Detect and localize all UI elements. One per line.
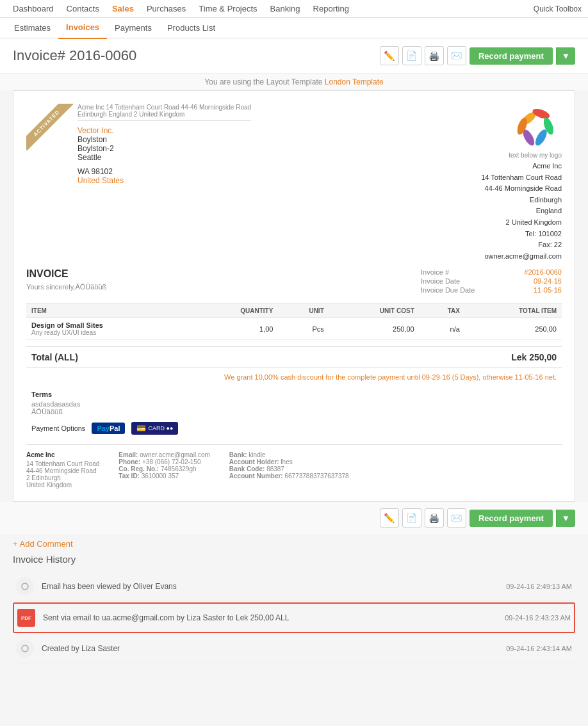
history-time-1: 09-24-16 2:49:13 AM xyxy=(506,583,572,590)
total-label: Total (ALL) xyxy=(31,352,78,362)
card-button[interactable]: 💳CARD ●● xyxy=(131,422,178,435)
client-city: Seattle xyxy=(78,153,251,162)
svg-point-7 xyxy=(22,583,28,590)
history-icon-3 xyxy=(16,640,34,657)
subnav-payments[interactable]: Payments xyxy=(107,18,159,38)
terms-label: Terms xyxy=(31,391,557,398)
payment-options-row: Payment Options PayPal 💳CARD ●● xyxy=(31,422,557,435)
paypal-button[interactable]: PayPal xyxy=(92,423,125,434)
line-items-table: ITEM QUANTITY UNIT UNIT COST TAX TOTAL I… xyxy=(26,303,562,340)
history-item-1: Email has been viewed by Oliver Evans 09… xyxy=(13,572,575,601)
invoice-document: ACTIVATED Acme Inc 14 Tottenham Court Ro… xyxy=(13,90,575,502)
top-navigation: Dashboard Contacts Sales Purchases Time … xyxy=(0,0,588,18)
edit-button-bottom[interactable]: ✏️ xyxy=(380,508,399,528)
invoice-details: Invoice # #2016-0060 Invoice Date 09-24-… xyxy=(421,268,562,294)
history-title: Invoice History xyxy=(13,554,575,565)
header-actions: ✏️ 📄 🖨️ ✉️ Record payment ▼ xyxy=(380,46,575,65)
pdf-button[interactable]: 📄 xyxy=(402,46,421,65)
sub-navigation: Estimates Invoices Payments Products Lis… xyxy=(0,18,588,38)
company-info-right: text below my logo Acme Inc 14 Tottenham… xyxy=(481,104,562,262)
total-row: Total (ALL) Lek 250,00 xyxy=(26,346,562,368)
email-button-bottom[interactable]: ✉️ xyxy=(447,508,466,528)
print-button[interactable]: 🖨️ xyxy=(425,46,444,65)
invoice-meta-row: INVOICE Yours sincerely,ÄÖÜäöüß Invoice … xyxy=(26,268,562,294)
footer-bank: Bank: kindle Account Holder: lhes Bank C… xyxy=(229,451,349,488)
record-payment-dropdown-top[interactable]: ▼ xyxy=(556,47,575,65)
activated-ribbon: ACTIVATED xyxy=(26,104,74,150)
total-value: Lek 250,00 xyxy=(511,352,557,362)
history-text-1: Email has been viewed by Oliver Evans xyxy=(42,582,498,591)
terms-line1: asdasdasasdas xyxy=(31,400,557,408)
nav-contacts[interactable]: Contacts xyxy=(60,0,106,18)
history-text-2: Sent via email to ua.acme@gmail.com by L… xyxy=(43,613,497,622)
invoice-address-block: Acme Inc 14 Tottenham Court Road 44-46 M… xyxy=(78,104,251,185)
history-time-3: 09-24-16 2:43:14 AM xyxy=(506,645,572,652)
col-unit: UNIT xyxy=(278,304,329,318)
nav-reporting[interactable]: Reporting xyxy=(307,0,355,18)
col-unit-cost: UNIT COST xyxy=(329,304,420,318)
svg-point-8 xyxy=(22,645,28,652)
item-unit-cost: 250,00 xyxy=(329,318,420,340)
item-description: Any ready UX/UI ideas xyxy=(31,329,186,336)
history-icon-1 xyxy=(16,577,34,595)
item-total: 250,00 xyxy=(465,318,562,340)
payment-options-label: Payment Options xyxy=(31,424,85,432)
pdf-button-bottom[interactable]: 📄 xyxy=(402,508,421,528)
item-quantity: 1,00 xyxy=(192,318,278,340)
add-comment-link[interactable]: + Add Comment xyxy=(13,539,73,549)
subnav-estimates[interactable]: Estimates xyxy=(6,18,58,38)
page-header: Invoice# 2016-0060 ✏️ 📄 🖨️ ✉️ Record pay… xyxy=(0,38,588,74)
record-payment-dropdown-bottom[interactable]: ▼ xyxy=(556,510,575,527)
quick-toolbox: Quick Toolbox xyxy=(534,4,582,13)
history-text-3: Created by Liza Saster xyxy=(42,644,498,653)
col-total-item: TOTAL ITEM xyxy=(465,304,562,318)
footer-contact: Email: owner.acme@gmail.com Phone: +38 (… xyxy=(118,451,209,488)
item-unit: Pcs xyxy=(278,318,329,340)
col-quantity: QUANTITY xyxy=(192,304,278,318)
item-tax: n/a xyxy=(420,318,465,340)
footer-company: Acme Inc 14 Tottenham Court Road 44-46 M… xyxy=(26,451,99,488)
below-logo-text: text below my logo xyxy=(481,152,562,159)
nav-dashboard[interactable]: Dashboard xyxy=(6,0,60,18)
template-notice: You are using the Layout Template London… xyxy=(0,74,588,90)
invoice-greeting: Yours sincerely,ÄÖÜäöüß xyxy=(26,283,106,291)
client-country: United States xyxy=(78,176,251,185)
client-line2: Boylston-2 xyxy=(78,144,251,153)
history-item-3: Created by Liza Saster 09-24-16 2:43:14 … xyxy=(13,634,575,663)
record-payment-button-top[interactable]: Record payment xyxy=(470,47,553,65)
invoice-heading: INVOICE xyxy=(26,268,106,280)
terms-line2: ÄÖÜäöüß xyxy=(31,408,557,415)
svg-point-6 xyxy=(530,120,543,133)
history-time-2: 09-24-16 2:43:23 AM xyxy=(505,614,571,622)
add-comment-area: + Add Comment xyxy=(0,534,588,554)
history-icon-2: PDF xyxy=(17,609,35,627)
nav-sales[interactable]: Sales xyxy=(106,0,140,18)
nav-time-projects[interactable]: Time & Projects xyxy=(192,0,263,18)
edit-button[interactable]: ✏️ xyxy=(380,46,399,65)
history-item-2: PDF Sent via email to ua.acme@gmail.com … xyxy=(13,602,575,633)
item-name: Design of Small Sites xyxy=(31,321,186,329)
client-line1: Boylston xyxy=(78,135,251,144)
company-logo xyxy=(510,104,562,149)
col-tax: TAX xyxy=(420,304,465,318)
client-state: WA 98102 xyxy=(78,167,251,176)
subnav-invoices[interactable]: Invoices xyxy=(58,17,107,39)
invoice-footer: Acme Inc 14 Tottenham Court Road 44-46 M… xyxy=(26,444,562,488)
table-row: Design of Small Sites Any ready UX/UI id… xyxy=(26,318,562,340)
nav-purchases[interactable]: Purchases xyxy=(140,0,192,18)
email-button[interactable]: ✉️ xyxy=(447,46,466,65)
invoice-history-section: Invoice History Email has been viewed by… xyxy=(0,554,588,676)
terms-section: Terms asdasdasasdas ÄÖÜäöüß xyxy=(31,391,557,415)
col-item: ITEM xyxy=(26,304,192,318)
bottom-toolbar: ✏️ 📄 🖨️ ✉️ Record payment ▼ xyxy=(0,502,588,534)
client-name: Vector Inc. xyxy=(78,126,251,135)
discount-note: We grant 10,00% cash discount for the co… xyxy=(26,373,562,381)
print-button-bottom[interactable]: 🖨️ xyxy=(425,508,444,528)
subnav-products-list[interactable]: Products List xyxy=(159,18,223,38)
nav-banking[interactable]: Banking xyxy=(264,0,307,18)
record-payment-button-bottom[interactable]: Record payment xyxy=(470,510,553,527)
template-link[interactable]: London Template xyxy=(325,77,384,86)
page-title: Invoice# 2016-0060 xyxy=(13,47,380,64)
